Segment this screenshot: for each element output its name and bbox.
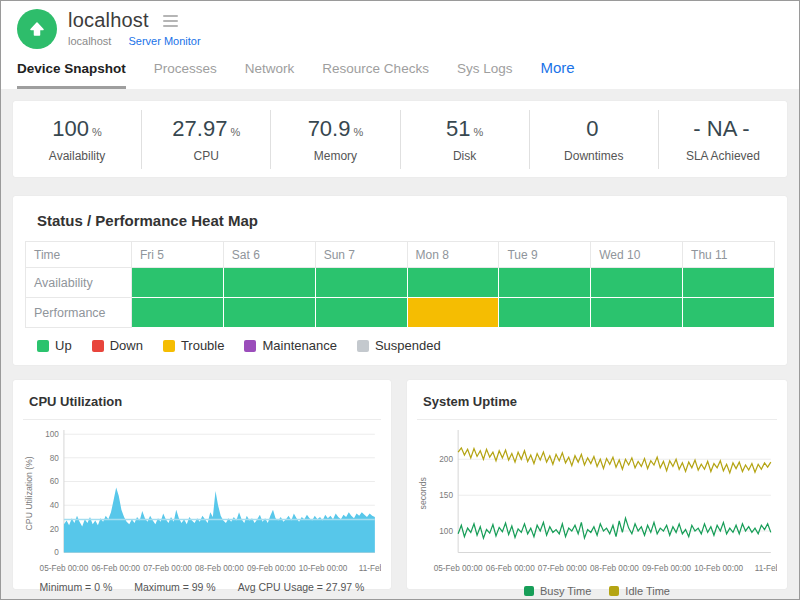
downtimes-label: Downtimes	[530, 149, 658, 163]
sla-value: - NA -	[693, 116, 749, 141]
cpu-chart-title: CPU Utilization	[23, 392, 381, 420]
legend-trouble: Trouble	[163, 338, 225, 353]
heatmap-cell[interactable]	[407, 298, 499, 328]
breadcrumb: localhost Server Monitor	[68, 35, 201, 47]
heatmap-cell[interactable]	[683, 268, 775, 298]
cpu-chart-footer: Minimum = 0 % Maximum = 99 % Avg CPU Usa…	[23, 581, 381, 593]
svg-text:150: 150	[439, 491, 453, 500]
heatmap-col-time: Time	[26, 242, 132, 268]
heatmap-legend: Up Down Trouble Maintenance Suspended	[37, 338, 775, 353]
stat-memory: 70.9% Memory	[270, 110, 399, 169]
svg-text:80: 80	[50, 454, 60, 463]
tab-network[interactable]: Network	[245, 61, 295, 86]
svg-text:CPU Utilization (%): CPU Utilization (%)	[24, 456, 34, 530]
heatmap-cell[interactable]	[223, 298, 315, 328]
heatmap-row: Performance	[26, 298, 775, 328]
svg-text:07-Feb 00:00: 07-Feb 00:00	[143, 564, 192, 573]
header: localhost localhost Server Monitor Devic…	[1, 1, 799, 89]
cpu-maximum: Maximum = 99 %	[134, 581, 215, 593]
heatmap-cell[interactable]	[132, 268, 224, 298]
heatmap-row-label: Availability	[26, 268, 132, 298]
content: 100% Availability 27.97% CPU 70.9% Memor…	[1, 89, 799, 600]
svg-text:200: 200	[439, 455, 453, 464]
heatmap-title: Status / Performance Heat Map	[25, 208, 775, 241]
svg-text:05-Feb 00:00: 05-Feb 00:00	[40, 564, 89, 573]
page-title: localhost	[68, 9, 149, 32]
heatmap-table: Time Fri 5 Sat 6 Sun 7 Mon 8 Tue 9 Wed 1…	[25, 241, 775, 328]
heatmap-col-mon8: Mon 8	[407, 242, 499, 268]
svg-text:11-Feb 0: 11-Feb 0	[359, 564, 381, 573]
heatmap-cell[interactable]	[407, 268, 499, 298]
breadcrumb-device: localhost	[68, 35, 111, 47]
tab-resource-checks[interactable]: Resource Checks	[322, 61, 429, 86]
svg-text:10-Feb 00:00: 10-Feb 00:00	[694, 564, 743, 573]
menu-icon[interactable]	[161, 10, 180, 32]
disk-label: Disk	[401, 149, 529, 163]
tab-more[interactable]: More	[540, 59, 574, 86]
sla-label: SLA Achieved	[659, 149, 787, 163]
cpu-label: CPU	[142, 149, 270, 163]
svg-text:40: 40	[50, 501, 60, 510]
heatmap-cell[interactable]	[499, 298, 591, 328]
memory-label: Memory	[271, 149, 399, 163]
legend-idle-time: Idle Time	[609, 585, 670, 597]
legend-busy-time: Busy Time	[524, 585, 591, 597]
system-uptime-card: System Uptime 10015020005-Feb 00:0006-Fe…	[407, 380, 787, 589]
heatmap-cell[interactable]	[132, 298, 224, 328]
heatmap-cell[interactable]	[499, 268, 591, 298]
svg-text:seconds: seconds	[418, 477, 428, 510]
svg-text:09-Feb 00:00: 09-Feb 00:00	[642, 564, 691, 573]
heatmap-cell[interactable]	[315, 298, 407, 328]
stat-downtimes: 0 Downtimes	[529, 110, 658, 169]
breadcrumb-category-link[interactable]: Server Monitor	[128, 35, 200, 47]
tab-processes[interactable]: Processes	[154, 61, 217, 86]
tab-device-snapshot[interactable]: Device Snapshot	[17, 61, 126, 89]
heatmap-col-tue9: Tue 9	[499, 242, 591, 268]
cpu-average: Avg CPU Usage = 27.97 %	[238, 581, 365, 593]
heatmap-cell[interactable]	[591, 268, 683, 298]
heatmap-header-row: Time Fri 5 Sat 6 Sun 7 Mon 8 Tue 9 Wed 1…	[26, 242, 775, 268]
stat-disk: 51% Disk	[400, 110, 529, 169]
stat-cpu: 27.97% CPU	[141, 110, 270, 169]
stat-sla: - NA - SLA Achieved	[658, 110, 787, 169]
heatmap-col-thu11: Thu 11	[683, 242, 775, 268]
cpu-minimum: Minimum = 0 %	[40, 581, 113, 593]
svg-text:07-Feb 00:00: 07-Feb 00:00	[538, 564, 587, 573]
memory-value: 70.9	[308, 116, 351, 141]
legend-down: Down	[92, 338, 143, 353]
cpu-utilization-card: CPU Utilization 02040608010005-Feb 00:00…	[13, 380, 391, 589]
svg-text:06-Feb 00:00: 06-Feb 00:00	[91, 564, 140, 573]
svg-text:20: 20	[50, 525, 60, 534]
legend-up: Up	[37, 338, 72, 353]
svg-text:06-Feb 00:00: 06-Feb 00:00	[486, 564, 535, 573]
heatmap-cell[interactable]	[223, 268, 315, 298]
heatmap-row: Availability	[26, 268, 775, 298]
heatmap-cell[interactable]	[591, 298, 683, 328]
cpu-value: 27.97	[172, 116, 227, 141]
availability-label: Availability	[13, 149, 141, 163]
heatmap-cell[interactable]	[683, 298, 775, 328]
availability-value: 100	[52, 116, 89, 141]
downtimes-value: 0	[586, 116, 598, 141]
up-arrow-icon	[27, 19, 47, 39]
cpu-utilization-chart: 02040608010005-Feb 00:0006-Feb 00:0007-F…	[23, 424, 381, 579]
legend-suspended: Suspended	[357, 338, 441, 353]
stat-availability: 100% Availability	[13, 110, 141, 169]
heatmap-cell[interactable]	[315, 268, 407, 298]
svg-text:60: 60	[50, 477, 60, 486]
heatmap-col-wed10: Wed 10	[591, 242, 683, 268]
heatmap-card: Status / Performance Heat Map Time Fri 5…	[13, 196, 787, 365]
tab-bar: Device Snapshot Processes Network Resour…	[17, 59, 783, 89]
svg-text:10-Feb 00:00: 10-Feb 00:00	[299, 564, 348, 573]
svg-text:11-Feb 0: 11-Feb 0	[755, 564, 777, 573]
tab-sys-logs[interactable]: Sys Logs	[457, 61, 513, 86]
legend-maintenance: Maintenance	[244, 338, 336, 353]
heatmap-col-sat6: Sat 6	[223, 242, 315, 268]
uptime-chart-title: System Uptime	[417, 392, 777, 420]
svg-text:08-Feb 00:00: 08-Feb 00:00	[590, 564, 639, 573]
svg-text:0: 0	[54, 548, 59, 557]
uptime-legend: Busy Time Idle Time	[417, 585, 777, 597]
svg-text:100: 100	[439, 527, 453, 536]
summary-stats: 100% Availability 27.97% CPU 70.9% Memor…	[13, 101, 787, 177]
svg-text:05-Feb 00:00: 05-Feb 00:00	[434, 564, 483, 573]
